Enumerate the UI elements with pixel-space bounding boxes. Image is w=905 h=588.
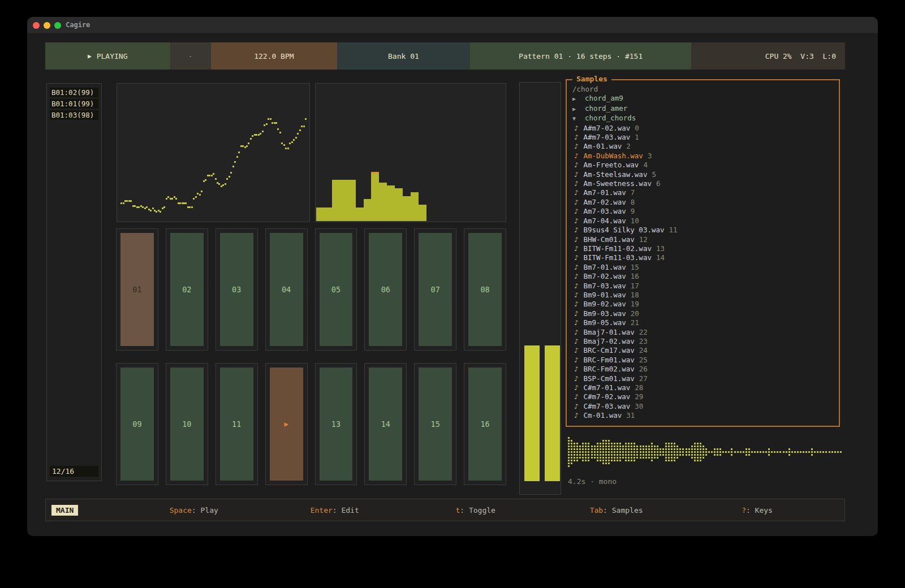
sample-file-row[interactable]: ♪BSP-Cm01.wav27 bbox=[567, 374, 838, 383]
sample-file-row[interactable]: ♪Am-01.wav2 bbox=[567, 142, 838, 151]
waveform-dot bbox=[671, 446, 673, 447]
waveform-dot bbox=[791, 451, 793, 453]
waveform-dot bbox=[671, 451, 673, 453]
pad-01[interactable]: 01 bbox=[116, 228, 158, 351]
tree-folder-chord_chords[interactable]: ▼chord_chords bbox=[567, 114, 838, 123]
sample-file-row[interactable]: ♪C#m7-03.wav30 bbox=[567, 402, 838, 411]
waveform-dot bbox=[614, 451, 615, 453]
sample-file-row[interactable]: ♪Bm7-03.wav17 bbox=[567, 282, 838, 291]
histogram-bar bbox=[395, 188, 403, 221]
waveform-dot bbox=[574, 446, 575, 447]
zoom-button[interactable] bbox=[54, 22, 61, 29]
waveform-dot bbox=[768, 454, 770, 456]
sample-file-row[interactable]: ♪A#m7-03.wav1 bbox=[567, 133, 838, 142]
pad-label: 09 bbox=[132, 420, 141, 429]
sample-file-row[interactable]: ♪Bm9-01.wav18 bbox=[567, 291, 838, 300]
pad-15[interactable]: 15 bbox=[414, 363, 456, 485]
sample-file-row[interactable]: ♪Am-DubWash.wav3 bbox=[567, 152, 838, 161]
waveform-dot bbox=[605, 454, 607, 456]
sample-file-name: Bmaj7-01.wav bbox=[584, 328, 635, 336]
sample-file-row[interactable]: ♪Bm9-03.wav20 bbox=[567, 309, 838, 318]
sample-file-row[interactable]: ♪B9sus4 Silky 03.wav11 bbox=[567, 226, 838, 235]
sample-file-row[interactable]: ♪C#m7-02.wav29 bbox=[567, 392, 838, 401]
waveform-dot bbox=[705, 448, 707, 450]
tree-folder-chord_amer[interactable]: ▶chord_amer bbox=[567, 104, 838, 114]
waveform-dot bbox=[705, 451, 707, 453]
sample-file-row[interactable]: ♪Am-Steelsaw.wav5 bbox=[567, 170, 838, 179]
sample-file-row[interactable]: ♪Bm7-01.wav15 bbox=[567, 263, 838, 272]
pad-10[interactable]: 10 bbox=[166, 363, 208, 485]
sample-file-row[interactable]: ♪Am-Freeto.wav4 bbox=[567, 161, 838, 170]
waveform-dot bbox=[674, 451, 675, 453]
waveform-dot bbox=[651, 443, 653, 444]
waveform-dot bbox=[654, 448, 656, 450]
waveform-dot bbox=[657, 457, 658, 459]
minimize-button[interactable] bbox=[44, 22, 50, 29]
waveform-dot bbox=[571, 462, 572, 464]
waveform-dot bbox=[628, 446, 630, 447]
waveform-dot bbox=[568, 440, 570, 442]
sample-file-name: Bm9-03.wav bbox=[584, 309, 626, 318]
sample-file-row[interactable]: ♪BRC-Cm17.wav24 bbox=[567, 346, 838, 355]
waveform-dot bbox=[608, 460, 610, 461]
pad-12[interactable]: ▶ bbox=[265, 363, 308, 485]
pad-05[interactable]: 05 bbox=[315, 228, 357, 351]
waveform-dot bbox=[585, 460, 587, 461]
waveform-dot bbox=[703, 457, 704, 459]
sample-file-index: 27 bbox=[639, 374, 648, 383]
waveform-dot bbox=[822, 451, 824, 453]
sample-file-row[interactable]: ♪Am7-01.wav7 bbox=[567, 188, 838, 197]
sample-file-row[interactable]: ♪Am7-03.wav9 bbox=[567, 207, 838, 216]
waveform-dot bbox=[665, 460, 667, 461]
sample-browser-tree[interactable]: /chord▶chord_am9▶chord_amer▼chord_chords… bbox=[567, 85, 838, 425]
sample-file-row[interactable]: ♪Bm9-05.wav21 bbox=[567, 318, 838, 327]
close-button[interactable] bbox=[33, 22, 40, 29]
sample-file-row[interactable]: ♪A#m7-02.wav0 bbox=[567, 124, 838, 133]
sample-file-row[interactable]: ♪Am7-02.wav8 bbox=[567, 198, 838, 207]
waveform-dot bbox=[608, 448, 610, 450]
play-icon: ▶ bbox=[284, 420, 288, 428]
pad-08[interactable]: 08 bbox=[464, 228, 506, 351]
scatter-point bbox=[236, 156, 238, 158]
sample-file-row[interactable]: ♪Bmaj7-02.wav23 bbox=[567, 337, 838, 346]
sample-file-row[interactable]: ♪Am-Sweetness.wav6 bbox=[567, 179, 838, 188]
scatter-point bbox=[250, 138, 252, 140]
pad-07[interactable]: 07 bbox=[414, 228, 456, 351]
sample-file-row[interactable]: ♪C#m7-01.wav28 bbox=[567, 383, 838, 392]
pad-13[interactable]: 13 bbox=[315, 363, 357, 485]
pad-04[interactable]: 04 bbox=[265, 228, 308, 351]
sample-file-name: Bm9-01.wav bbox=[584, 291, 626, 299]
waveform-dot bbox=[579, 448, 581, 450]
pad-09[interactable]: 09 bbox=[116, 363, 158, 485]
sample-file-row[interactable]: ♪Bm9-02.wav19 bbox=[567, 300, 838, 309]
waveform-dot bbox=[643, 446, 644, 447]
sample-file-row[interactable]: ♪BRC-Fm02.wav26 bbox=[567, 365, 838, 374]
sample-file-row[interactable]: ♪BITW-Fm11-02.wav13 bbox=[567, 244, 838, 253]
sample-file-index: 4 bbox=[643, 161, 648, 169]
waveform-dot bbox=[700, 448, 701, 450]
waveform-dot bbox=[579, 451, 581, 453]
sample-file-row[interactable]: ♪Bmaj7-01.wav22 bbox=[567, 328, 838, 337]
pad-14[interactable]: 14 bbox=[364, 363, 407, 485]
waveform-dot bbox=[582, 448, 584, 450]
sample-file-row[interactable]: ♪BITW-Fm11-03.wav14 bbox=[567, 253, 838, 262]
waveform-dot bbox=[591, 457, 593, 459]
pad-16[interactable]: 16 bbox=[464, 363, 506, 485]
sample-file-row[interactable]: ♪Bm7-02.wav16 bbox=[567, 272, 838, 281]
pad-02[interactable]: 02 bbox=[166, 228, 208, 351]
pad-03[interactable]: 03 bbox=[216, 228, 258, 351]
histogram-peak-cap bbox=[371, 172, 379, 174]
tree-folder-chord_am9[interactable]: ▶chord_am9 bbox=[567, 94, 838, 103]
scatter-point bbox=[199, 194, 201, 196]
sample-file-row[interactable]: ♪BHW-Cm01.wav12 bbox=[567, 235, 838, 244]
waveform-dot bbox=[594, 451, 596, 453]
waveform-dot bbox=[674, 457, 675, 459]
pad-06[interactable]: 06 bbox=[364, 228, 407, 351]
sample-file-row[interactable]: ♪Am7-04.wav10 bbox=[567, 217, 838, 226]
sample-file-row[interactable]: ♪BRC-Fm01.wav25 bbox=[567, 356, 838, 365]
sample-file-row[interactable]: ♪Cm-01.wav31 bbox=[567, 411, 838, 420]
pad-11[interactable]: 11 bbox=[216, 363, 258, 485]
waveform-dot bbox=[643, 448, 644, 450]
waveform-dot bbox=[588, 451, 589, 453]
waveform-dot bbox=[788, 454, 790, 456]
